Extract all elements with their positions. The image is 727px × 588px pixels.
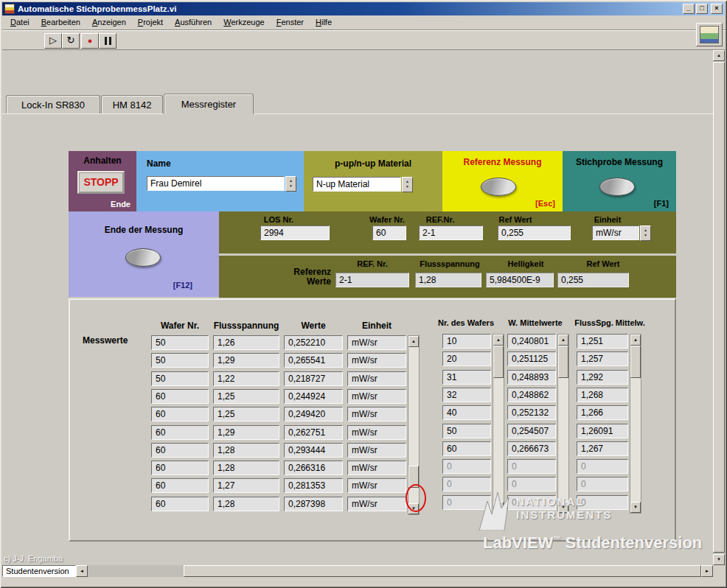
mittelwerte-col-werte-r1[interactable]: 0,251125 <box>507 351 556 366</box>
mittelwerte-col-wafer-r2[interactable]: 31 <box>442 370 491 385</box>
scroll-up-icon[interactable]: ▲ <box>408 336 419 347</box>
abort-button[interactable]: ● <box>81 33 99 49</box>
messwerte-cell-r4c0[interactable]: 60 <box>151 407 209 421</box>
messwerte-cell-r5c3[interactable]: mW/sr <box>347 425 406 440</box>
wafer-nr-input[interactable]: 60 <box>372 225 406 240</box>
horizontal-scrollbar[interactable]: Studentenversion ◄ ► <box>2 565 713 577</box>
mittelwerte-werte-scrollbar[interactable]: ▲ ▼ <box>557 334 569 514</box>
menu-anzeigen[interactable]: Anzeigen <box>86 16 132 29</box>
messwerte-cell-r2c1[interactable]: 1,22 <box>213 371 279 386</box>
messwerte-cell-r3c1[interactable]: 1,25 <box>213 389 279 404</box>
spinner-up-icon[interactable]: ▲ <box>286 178 296 183</box>
messwerte-cell-r6c1[interactable]: 1,28 <box>213 443 279 458</box>
rw-helligkeit-value[interactable]: 5,984500E-9 <box>486 273 554 287</box>
mittelwerte-col-werte-r6[interactable]: 0,266673 <box>507 441 556 456</box>
titlebar[interactable]: Automatische StichprobenmessPlatz.vi _ □… <box>2 2 725 15</box>
minimize-button[interactable]: _ <box>683 4 695 14</box>
mittelwerte-col-wafer-r1[interactable]: 20 <box>442 351 491 366</box>
messwerte-cell-r0c0[interactable]: 50 <box>151 335 209 350</box>
scrollbar-thumb[interactable] <box>493 346 504 378</box>
rw-flussspannung-value[interactable]: 1,28 <box>415 273 481 287</box>
messwerte-cell-r9c3[interactable]: mW/sr <box>347 497 406 511</box>
mittelwerte-col-werte-r3[interactable]: 0,248862 <box>507 388 556 402</box>
messwerte-cell-r2c2[interactable]: 0,218727 <box>284 371 343 386</box>
messwerte-cell-r8c2[interactable]: 0,281353 <box>284 478 343 493</box>
messwerte-cell-r4c2[interactable]: 0,249420 <box>284 407 343 421</box>
messwerte-cell-r3c0[interactable]: 60 <box>151 389 209 404</box>
messwerte-cell-r6c2[interactable]: 0,293444 <box>284 443 343 458</box>
stichprobe-messung-toggle[interactable] <box>599 178 635 196</box>
spinner-up-icon[interactable]: ▲ <box>641 228 650 233</box>
material-ring-spinner[interactable]: ▲ ▼ <box>402 177 413 192</box>
menu-datei[interactable]: Datei <box>4 16 35 29</box>
run-continuous-button[interactable]: ↻ <box>62 33 80 49</box>
mittelwerte-col-fluss-r4[interactable]: 1,266 <box>577 405 628 420</box>
scroll-up-icon[interactable]: ▲ <box>558 335 568 346</box>
scrollbar-thumb[interactable] <box>630 346 641 378</box>
messwerte-cell-r0c2[interactable]: 0,252210 <box>284 335 343 350</box>
mittelwerte-col-fluss-r7[interactable]: 0 <box>577 459 628 474</box>
einheit-ring-spinner[interactable]: ▲ ▼ <box>640 225 651 241</box>
mittelwerte-col-wafer-r4[interactable]: 40 <box>442 405 491 420</box>
name-ring-spinner[interactable]: ▲ ▼ <box>285 176 296 192</box>
status-box[interactable]: Studentenversion <box>2 565 76 577</box>
spinner-up-icon[interactable]: ▲ <box>403 179 412 184</box>
messwerte-cell-r9c0[interactable]: 60 <box>151 497 209 511</box>
mittelwerte-col-werte-r7[interactable]: 0 <box>507 459 556 474</box>
messwerte-cell-r4c1[interactable]: 1,25 <box>213 407 279 421</box>
pause-button[interactable] <box>99 33 116 49</box>
mittelwerte-col-werte-r2[interactable]: 0,248893 <box>507 370 556 385</box>
material-ring[interactable]: N-up Material <box>313 177 401 192</box>
ende-der-messung-toggle[interactable] <box>125 248 161 267</box>
tab-hm-8142[interactable]: HM 8142 <box>101 95 163 113</box>
mittelwerte-col-wafer-r3[interactable]: 32 <box>442 388 491 402</box>
close-button[interactable]: × <box>711 4 723 14</box>
mittelwerte-col-wafer-r6[interactable]: 60 <box>442 441 491 456</box>
mittelwerte-col-fluss-r9[interactable]: 0 <box>577 495 628 510</box>
messwerte-cell-r9c1[interactable]: 1,28 <box>213 497 279 511</box>
spinner-down-icon[interactable]: ▼ <box>403 184 412 189</box>
messwerte-cell-r1c2[interactable]: 0,265541 <box>284 353 343 368</box>
messwerte-cell-r8c0[interactable]: 60 <box>151 478 209 493</box>
mittelwerte-col-fluss-r8[interactable]: 0 <box>577 477 628 491</box>
maximize-button[interactable]: □ <box>696 4 708 14</box>
run-button[interactable]: ▷ <box>44 33 62 49</box>
mittelwerte-col-werte-r8[interactable]: 0 <box>507 477 556 491</box>
name-ring[interactable]: Frau Demirel <box>147 176 285 191</box>
vertical-scrollbar[interactable]: ▲ ▼ <box>713 50 725 565</box>
messwerte-cell-r2c3[interactable]: mW/sr <box>347 371 406 386</box>
mittelwerte-col-wafer-r8[interactable]: 0 <box>442 477 491 491</box>
messwerte-cell-r1c0[interactable]: 50 <box>151 353 209 368</box>
messwerte-cell-r6c3[interactable]: mW/sr <box>347 443 406 458</box>
vertical-scrollbar-thumb[interactable] <box>713 62 725 553</box>
tab-lockin-sr830[interactable]: Lock-In SR830 <box>6 95 100 113</box>
scroll-up-icon[interactable]: ▲ <box>493 335 504 346</box>
mittelwerte-col-wafer-r5[interactable]: 50 <box>442 424 491 438</box>
messwerte-cell-r2c0[interactable]: 50 <box>151 371 209 386</box>
mittelwerte-col-fluss-r3[interactable]: 1,268 <box>577 388 628 402</box>
scroll-down-icon[interactable]: ▼ <box>630 502 641 513</box>
spinner-down-icon[interactable]: ▼ <box>286 183 296 189</box>
messwerte-cell-r7c1[interactable]: 1,28 <box>213 461 279 475</box>
menu-ausfuehren[interactable]: Ausführen <box>169 16 218 29</box>
mittelwerte-wafer-scrollbar[interactable]: ▲ ▼ <box>493 334 504 514</box>
mittelwerte-col-fluss-r6[interactable]: 1,267 <box>577 441 628 456</box>
messwerte-cell-r5c1[interactable]: 1,29 <box>213 425 279 440</box>
mittelwerte-col-fluss-r5[interactable]: 1,26091 <box>577 424 628 438</box>
vi-icon[interactable] <box>696 23 723 46</box>
messwerte-cell-r1c3[interactable]: mW/sr <box>347 353 406 368</box>
menu-werkzeuge[interactable]: Werkzeuge <box>218 16 270 29</box>
mittelwerte-col-fluss-r1[interactable]: 1,257 <box>577 351 628 366</box>
menu-fenster[interactable]: Fenster <box>271 16 310 29</box>
mittelwerte-fluss-scrollbar[interactable]: ▲ ▼ <box>630 334 641 514</box>
horizontal-scrollbar-thumb[interactable] <box>184 565 701 577</box>
messwerte-cell-r8c3[interactable]: mW/sr <box>347 478 406 493</box>
messwerte-cell-r6c0[interactable]: 60 <box>151 443 209 458</box>
mittelwerte-col-fluss-r2[interactable]: 1,292 <box>577 370 628 385</box>
ref-nr-input[interactable]: 2-1 <box>419 225 483 240</box>
ref-wert-input[interactable]: 0,255 <box>498 225 571 240</box>
messwerte-cell-r8c1[interactable]: 1,27 <box>213 478 279 493</box>
scroll-up-icon[interactable]: ▲ <box>713 50 725 61</box>
messwerte-cell-r3c2[interactable]: 0,244924 <box>284 389 343 404</box>
scroll-up-icon[interactable]: ▲ <box>630 335 641 346</box>
